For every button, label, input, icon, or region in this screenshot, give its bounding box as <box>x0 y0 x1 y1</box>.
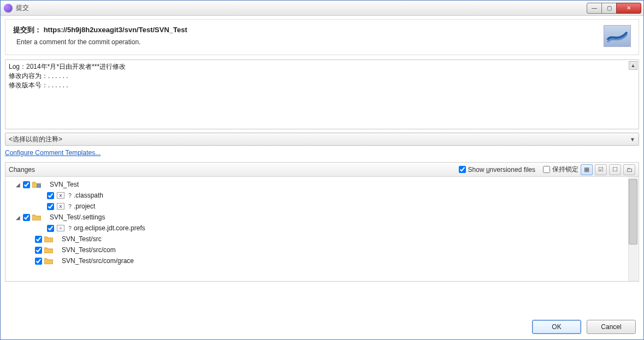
tree-checkbox[interactable] <box>47 203 54 210</box>
show-unversioned-input[interactable] <box>459 166 466 173</box>
folder-icon <box>44 235 53 243</box>
tree-label: .classpath <box>74 192 103 199</box>
previous-comments-combo[interactable]: <选择以前的注释> ▼ <box>5 133 639 146</box>
tree-checkbox[interactable] <box>47 225 54 232</box>
tree-row[interactable]: ◢SVN_Test/.settings <box>7 212 637 223</box>
select-all-button[interactable]: ☑ <box>595 164 607 175</box>
changes-title: Changes <box>9 166 35 174</box>
deselect-all-button[interactable]: ☐ <box>609 164 621 175</box>
show-unversioned-checkbox[interactable]: Show unversioned files <box>457 164 535 175</box>
tree-checkbox[interactable] <box>23 214 30 221</box>
tree-label: org.eclipse.jdt.core.prefs <box>74 224 145 232</box>
ok-button[interactable]: OK <box>532 320 581 334</box>
expander-icon[interactable]: ◢ <box>14 214 22 220</box>
flat-view-button[interactable]: 🗀 <box>623 164 635 175</box>
scroll-up-icon[interactable]: ▲ <box>629 61 637 70</box>
changes-panel: Changes Show unversioned files 保持锁定 ▦ ☑ … <box>5 162 639 282</box>
changes-header: Changes Show unversioned files 保持锁定 ▦ ☑ … <box>5 163 639 177</box>
file-x-icon: X <box>56 202 65 210</box>
button-bar: OK Cancel <box>5 314 639 334</box>
file-icon: ≡ <box>56 224 65 232</box>
window-title: 提交 <box>16 3 29 13</box>
tree-checkbox[interactable] <box>23 181 30 188</box>
folder-icon <box>32 213 41 221</box>
folder-share-icon <box>32 181 41 188</box>
dialog-header: 提交到： https://5h9j8h2uxeagit3/svn/Test/SV… <box>5 19 639 55</box>
status-mark: ? <box>67 193 73 199</box>
configure-templates-link[interactable]: Configure Comment Templates... <box>5 149 639 157</box>
file-x-icon: X <box>56 192 65 199</box>
chevron-down-icon: ▼ <box>630 136 635 142</box>
tree-checkbox[interactable] <box>47 192 54 199</box>
folder-icon <box>44 246 53 254</box>
tree-row[interactable]: X?.classpath <box>7 190 637 201</box>
dialog-body: 提交到： https://5h9j8h2uxeagit3/svn/Test/SV… <box>1 16 643 339</box>
tree-label: SVN_Test/src/com <box>62 246 116 254</box>
titlebar[interactable]: 提交 — ▢ ✕ <box>1 1 643 16</box>
window-controls: — ▢ ✕ <box>587 3 641 14</box>
status-mark: ? <box>67 204 73 210</box>
folder-icon <box>44 257 53 265</box>
tree-view-button[interactable]: ▦ <box>581 164 593 175</box>
tree-label: SVN_Test/src/com/grace <box>62 257 134 265</box>
keep-locks-input[interactable] <box>543 166 550 173</box>
tree-label: .project <box>74 202 95 210</box>
tree-row[interactable]: ≡?org.eclipse.jdt.core.prefs <box>7 223 637 234</box>
tree-row[interactable]: SVN_Test/src/com/grace <box>7 255 637 266</box>
svn-logo <box>604 25 631 47</box>
dialog-subtitle: Enter a comment for the commit operation… <box>16 38 604 46</box>
tree-checkbox[interactable] <box>35 247 42 254</box>
tree-row[interactable]: SVN_Test/src <box>7 234 637 244</box>
commit-dialog-window: 提交 — ▢ ✕ 提交到： https://5h9j8h2uxeagit3/sv… <box>0 0 644 340</box>
tree-row[interactable]: X?.project <box>7 201 637 212</box>
tree-row[interactable]: ◢SVN_Test <box>7 179 637 190</box>
tree-checkbox[interactable] <box>35 236 42 243</box>
keep-locks-checkbox[interactable]: 保持锁定 <box>541 164 578 175</box>
tree-label: SVN_Test/.settings <box>50 213 105 221</box>
tree-label: SVN_Test/src <box>62 235 102 243</box>
maximize-button[interactable]: ▢ <box>601 3 617 14</box>
expander-icon[interactable]: ◢ <box>14 182 22 188</box>
combo-placeholder: <选择以前的注释> <box>9 135 62 144</box>
commit-message-input[interactable]: Log：2014年*月*日由开发者***进行修改 修改内容为：. . . . .… <box>5 59 639 129</box>
cancel-button[interactable]: Cancel <box>587 320 636 334</box>
eclipse-icon <box>4 4 13 13</box>
dialog-title: 提交到： https://5h9j8h2uxeagit3/svn/Test/SV… <box>13 25 604 35</box>
scrollbar-thumb[interactable] <box>629 179 637 244</box>
tree-label: SVN_Test <box>50 181 79 188</box>
tree-row[interactable]: SVN_Test/src/com <box>7 244 637 255</box>
tree-checkbox[interactable] <box>35 258 42 265</box>
minimize-button[interactable]: — <box>587 3 602 14</box>
svg-rect-0 <box>37 184 40 187</box>
status-mark: ? <box>67 225 73 231</box>
changes-tree[interactable]: ◢SVN_TestX?.classpathX?.project◢SVN_Test… <box>5 177 639 281</box>
close-button[interactable]: ✕ <box>616 3 641 14</box>
